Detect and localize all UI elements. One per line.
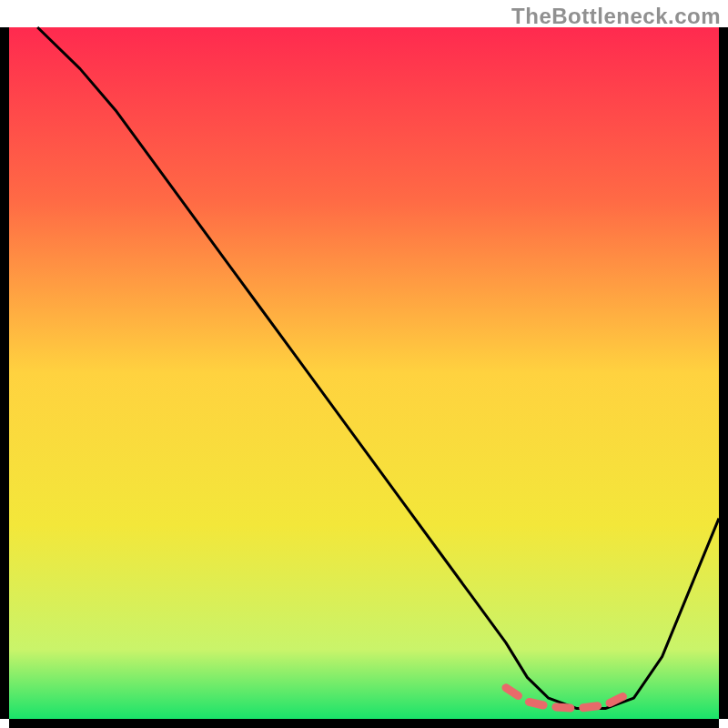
gradient-background	[9, 27, 719, 719]
bottleneck-chart	[0, 0, 728, 728]
chart-container: TheBottleneck.com	[0, 0, 728, 728]
watermark-text: TheBottleneck.com	[511, 4, 721, 29]
